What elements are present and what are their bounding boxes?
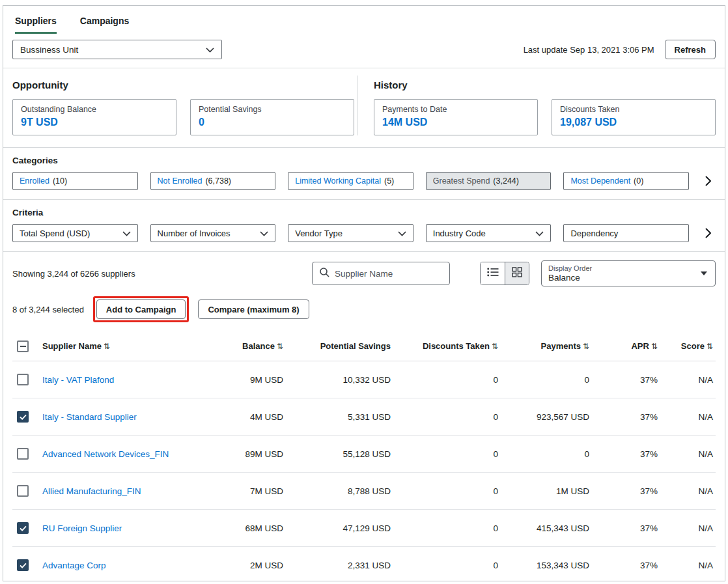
sort-icon[interactable]: ⇅ [651, 342, 658, 351]
chip-count: (3,244) [493, 176, 519, 186]
categories-scroll-right-button[interactable] [701, 172, 716, 190]
suppliers-page: Suppliers Campaigns Bussiness Unit Last … [3, 5, 725, 581]
card-value: 0 [199, 117, 346, 128]
header-label: Potential Savings [320, 341, 391, 351]
potential-savings-cell: 2,331 USD [286, 561, 393, 570]
tab-campaigns[interactable]: Campaigns [80, 16, 129, 34]
criteria-select-vendor-type[interactable]: Vendor Type [288, 224, 413, 242]
add-to-campaign-button[interactable]: Add to Campaign [96, 299, 186, 319]
list-view-icon [487, 268, 499, 279]
apr-cell: 37% [592, 486, 660, 496]
payments-to-date-card: Payments to Date 14M USD [374, 99, 538, 135]
discounts-taken-card: Discounts Taken 19,087 USD [552, 99, 716, 135]
last-update-text: Last update Sep 13, 2021 3:06 PM [524, 45, 654, 55]
supplier-search[interactable] [312, 262, 450, 285]
criteria-select-value: Number of Invoices [158, 229, 231, 238]
criteria-select-number-of-invoices[interactable]: Number of Invoices [150, 224, 276, 242]
tab-suppliers[interactable]: Suppliers [15, 16, 57, 34]
criteria-select-value: Total Spend (USD) [20, 229, 90, 238]
potential-savings-cell: 55,128 USD [286, 449, 393, 459]
categories-section: Categories Enrolled (10) Not Enrolled (6… [3, 148, 725, 199]
sort-icon[interactable]: ⇅ [583, 342, 589, 351]
payments-cell: 923,567 USD [501, 412, 592, 422]
compare-button[interactable]: Compare (maximum 8) [198, 299, 309, 319]
chip-label: Enrolled [20, 176, 49, 186]
search-input[interactable] [335, 269, 450, 279]
apr-cell: 37% [592, 561, 660, 570]
row-checkbox[interactable] [17, 485, 29, 497]
tab-bar: Suppliers Campaigns [3, 6, 725, 34]
criteria-select-dependency[interactable]: Dependency [563, 224, 689, 242]
summary-sections: Opportunity Outstanding Balance 9T USD P… [3, 68, 725, 147]
score-cell: N/A [660, 449, 716, 459]
chip-label: Limited Working Capital [295, 176, 381, 186]
card-label: Discounts Taken [560, 105, 707, 114]
discounts-taken-cell: 0 [393, 486, 501, 496]
balance-cell: 9M USD [208, 375, 286, 385]
select-all-checkbox[interactable] [17, 341, 29, 352]
row-checkbox[interactable] [17, 374, 29, 385]
card-value: 9T USD [21, 117, 168, 128]
category-chip-most-dependent[interactable]: Most Dependent (0) [563, 172, 689, 190]
category-chip-not-enrolled[interactable]: Not Enrolled (6,738) [150, 172, 276, 190]
balance-cell: 4M USD [208, 412, 286, 422]
header-discounts-taken[interactable]: Discounts Taken⇅ [393, 341, 501, 351]
criteria-select-total-spend[interactable]: Total Spend (USD) [12, 224, 138, 242]
supplier-name-link[interactable]: Advanced Network Devices_FIN [42, 449, 208, 459]
chip-count: (6,738) [205, 176, 231, 186]
chip-label: Greatest Spend [433, 176, 490, 186]
header-balance[interactable]: Balance⇅ [208, 341, 286, 351]
row-checkbox[interactable] [17, 559, 29, 571]
display-order-select[interactable]: Display Order Balance [541, 260, 716, 286]
categories-title: Categories [12, 156, 716, 165]
annotation-highlight: Add to Campaign [93, 296, 189, 322]
category-chip-limited-working-capital[interactable]: Limited Working Capital (5) [288, 172, 413, 190]
chip-count: (10) [53, 176, 67, 186]
header-supplier-name[interactable]: Supplier Name⇅ [42, 341, 208, 351]
potential-savings-cell: 10,332 USD [286, 375, 393, 385]
criteria-scroll-right-button[interactable] [701, 224, 716, 242]
table-row: Allied Manufacturing_FIN 7M USD 8,788 US… [12, 473, 716, 510]
header-label: Payments [541, 341, 581, 351]
supplier-name-link[interactable]: Advantage Corp [42, 561, 208, 570]
supplier-name-link[interactable]: Allied Manufacturing_FIN [42, 486, 208, 496]
category-chip-greatest-spend[interactable]: Greatest Spend (3,244) [426, 172, 552, 190]
chevron-down-icon [398, 229, 406, 238]
sort-icon[interactable]: ⇅ [707, 342, 713, 351]
criteria-title: Criteria [12, 208, 716, 217]
header-apr[interactable]: APR⇅ [592, 341, 660, 351]
discounts-taken-cell: 0 [393, 449, 501, 459]
row-checkbox[interactable] [17, 411, 29, 423]
refresh-button[interactable]: Refresh [665, 40, 716, 59]
supplier-name-link[interactable]: RU Foreign Supplier [42, 523, 208, 533]
payments-cell: 415,343 USD [501, 523, 592, 533]
sort-icon[interactable]: ⇅ [277, 342, 283, 351]
balance-cell: 68M USD [208, 523, 286, 533]
sort-icon[interactable]: ⇅ [104, 342, 110, 351]
grid-view-button[interactable] [505, 262, 529, 285]
header-label: Discounts Taken [423, 341, 490, 351]
grid-view-icon [512, 267, 522, 280]
potential-savings-cell: 8,788 USD [286, 486, 393, 496]
supplier-name-link[interactable]: Italy - Standard Supplier [42, 412, 208, 422]
sort-icon[interactable]: ⇅ [492, 342, 498, 351]
selected-count-text: 8 of 3,244 selected [12, 305, 84, 314]
potential-savings-card: Potential Savings 0 [190, 99, 354, 135]
score-cell: N/A [660, 412, 716, 422]
row-checkbox[interactable] [17, 522, 29, 534]
header-score[interactable]: Score⇅ [660, 341, 716, 351]
row-checkbox[interactable] [17, 448, 29, 460]
discounts-taken-cell: 0 [393, 375, 501, 385]
score-cell: N/A [660, 561, 716, 570]
criteria-select-industry-code[interactable]: Industry Code [426, 224, 552, 242]
header-payments[interactable]: Payments⇅ [501, 341, 592, 351]
header-label: Score [681, 341, 705, 351]
balance-cell: 7M USD [208, 486, 286, 496]
selection-row: 8 of 3,244 selected Add to Campaign Comp… [3, 291, 725, 331]
card-value: 19,087 USD [560, 117, 707, 128]
chevron-down-icon [535, 229, 544, 238]
category-chip-enrolled[interactable]: Enrolled (10) [12, 172, 138, 190]
list-view-button[interactable] [481, 262, 505, 285]
business-unit-select[interactable]: Bussiness Unit [12, 40, 222, 59]
supplier-name-link[interactable]: Italy - VAT Plafond [42, 375, 208, 385]
